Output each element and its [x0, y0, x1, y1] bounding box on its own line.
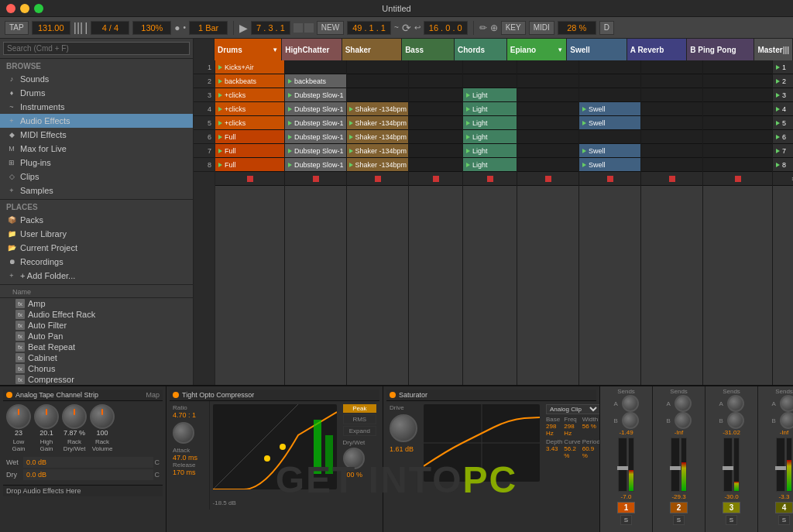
- clip-cell[interactable]: [463, 60, 517, 74]
- attack-value[interactable]: 47.0 ms: [173, 454, 206, 462]
- send-knob[interactable]: [675, 395, 692, 412]
- stop-row[interactable]: ≡+: [773, 172, 793, 186]
- clip-cell[interactable]: [347, 60, 408, 74]
- clip-cell[interactable]: 7: [773, 144, 793, 158]
- clip-play-btn[interactable]: [348, 148, 353, 154]
- track-header-bass[interactable]: Bass: [402, 39, 455, 60]
- clip-cell[interactable]: [703, 144, 772, 158]
- saturator-drive-knob-ctrl[interactable]: [6, 404, 31, 429]
- clip-play-btn[interactable]: [287, 106, 293, 112]
- saturator-amount-knob-ctrl[interactable]: [62, 404, 87, 429]
- clip-cell[interactable]: Shaker -134bpm: [347, 144, 408, 158]
- d-button[interactable]: D: [599, 21, 614, 35]
- sidebar-item-user-library[interactable]: 📁 User Library: [0, 227, 193, 241]
- clip-cell[interactable]: Light: [463, 102, 517, 116]
- track-header-areverb[interactable]: A Reverb: [627, 39, 687, 60]
- send-knob[interactable]: [675, 412, 692, 429]
- clip-cell[interactable]: Light: [463, 144, 517, 158]
- clip-cell[interactable]: Light: [463, 130, 517, 144]
- stop-btn[interactable]: [294, 23, 303, 33]
- sidebar-item-drums[interactable]: ♦ Drums: [0, 86, 193, 100]
- stop-row[interactable]: [215, 172, 284, 186]
- stop-btn[interactable]: [735, 176, 741, 182]
- track-number-button[interactable]: 1: [617, 502, 636, 513]
- send-knob[interactable]: [622, 412, 639, 429]
- track-header-swell[interactable]: Swell: [567, 39, 627, 60]
- clip-cell[interactable]: [703, 158, 772, 172]
- clip-play-btn[interactable]: [774, 148, 781, 154]
- file-item[interactable]: fxCompressor: [0, 374, 193, 385]
- file-item[interactable]: fxAmp: [0, 298, 193, 309]
- clip-cell[interactable]: [579, 60, 640, 74]
- comp-amount-knob-ctrl[interactable]: [90, 404, 115, 429]
- stop-row[interactable]: [641, 172, 702, 186]
- track-header-highchatter[interactable]: HighChatter: [282, 39, 342, 60]
- clip-cell[interactable]: +clicks: [215, 102, 284, 116]
- clip-cell[interactable]: Swell: [579, 102, 640, 116]
- clip-play-btn[interactable]: [217, 120, 223, 126]
- track-header-bpingpong[interactable]: B Ping Pong: [687, 39, 754, 60]
- clip-cell[interactable]: [285, 60, 346, 74]
- sidebar-item-recordings[interactable]: ⏺ Recordings: [0, 255, 193, 269]
- solo-button[interactable]: S: [778, 515, 790, 525]
- file-item[interactable]: fxAuto Pan: [0, 331, 193, 342]
- fader-track[interactable]: [618, 438, 627, 492]
- clip-cell[interactable]: [517, 158, 578, 172]
- bpm-display[interactable]: 131.00: [32, 21, 70, 35]
- fader-track[interactable]: [776, 438, 785, 492]
- clip-play-btn[interactable]: [581, 162, 587, 168]
- dry-display[interactable]: 0.0 dB: [23, 469, 153, 480]
- clip-cell[interactable]: [409, 116, 462, 130]
- clip-play-btn[interactable]: [774, 134, 781, 140]
- clip-cell[interactable]: [517, 144, 578, 158]
- clip-cell[interactable]: Shaker -134bpm: [347, 116, 408, 130]
- rms-button[interactable]: RMS: [343, 414, 376, 424]
- clip-cell[interactable]: Dubstep Slow-1: [285, 88, 346, 102]
- file-item[interactable]: fxCabinet: [0, 352, 193, 363]
- clip-cell[interactable]: [463, 74, 517, 88]
- clip-cell[interactable]: [641, 130, 702, 144]
- clip-cell[interactable]: [517, 102, 578, 116]
- clip-play-btn[interactable]: [465, 106, 471, 112]
- clip-play-btn[interactable]: [581, 148, 587, 154]
- clip-cell[interactable]: Swell: [579, 158, 640, 172]
- sidebar-item-sounds[interactable]: ♪ Sounds: [0, 72, 193, 86]
- drop-zone[interactable]: Drop Audio Effects Here: [3, 485, 163, 496]
- clip-cell[interactable]: [703, 116, 772, 130]
- clip-play-btn[interactable]: [774, 162, 781, 168]
- clip-cell[interactable]: [517, 88, 578, 102]
- clip-cell[interactable]: [579, 130, 640, 144]
- stop-row[interactable]: [409, 172, 462, 186]
- solo-button[interactable]: S: [673, 515, 685, 525]
- stop-btn[interactable]: [433, 176, 439, 182]
- stop-row[interactable]: [703, 172, 772, 186]
- clip-cell[interactable]: [641, 158, 702, 172]
- clip-cell[interactable]: Kicks+Air: [215, 60, 284, 74]
- clip-play-btn[interactable]: [287, 148, 293, 154]
- midi-button[interactable]: MIDI: [529, 21, 554, 35]
- clip-cell[interactable]: 4: [773, 102, 793, 116]
- clip-cell[interactable]: Light: [463, 88, 517, 102]
- clip-cell[interactable]: Dubstep Slow-1: [285, 102, 346, 116]
- wet-display[interactable]: 0.0 dB: [23, 457, 153, 468]
- clip-cell[interactable]: Full: [215, 144, 284, 158]
- clip-cell[interactable]: Light: [463, 116, 517, 130]
- stop-btn[interactable]: [669, 176, 675, 182]
- clip-cell[interactable]: +clicks: [215, 116, 284, 130]
- percent-display[interactable]: 28 %: [558, 21, 596, 35]
- release-value[interactable]: 170 ms: [173, 469, 206, 476]
- search-input[interactable]: [3, 42, 190, 55]
- send-knob[interactable]: [727, 395, 744, 412]
- clip-play-btn[interactable]: [217, 134, 223, 140]
- clip-play-btn[interactable]: [348, 134, 353, 140]
- panel1-map-btn[interactable]: Map: [146, 391, 160, 399]
- clip-cell[interactable]: Shaker -134bpm: [347, 102, 408, 116]
- clip-cell[interactable]: 5: [773, 116, 793, 130]
- clip-cell[interactable]: [641, 144, 702, 158]
- track-header-master[interactable]: Master |||: [754, 39, 793, 60]
- clip-cell[interactable]: Full: [215, 130, 284, 144]
- clip-play-btn[interactable]: [774, 92, 781, 98]
- stop-btn[interactable]: [487, 176, 493, 182]
- clip-cell[interactable]: 8: [773, 158, 793, 172]
- expand-button[interactable]: Expand: [343, 426, 376, 436]
